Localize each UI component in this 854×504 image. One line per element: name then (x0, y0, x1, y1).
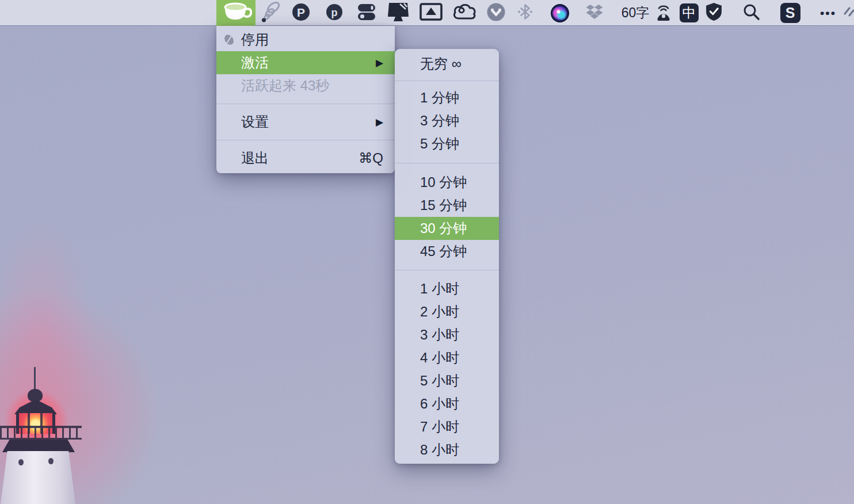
menubar-item-toggles[interactable] (357, 0, 376, 26)
submenu-item-infinity[interactable]: 无穷 ∞ (395, 52, 499, 75)
menu-separator (395, 81, 499, 81)
coffee-cup-icon (220, 0, 252, 26)
lighthouse-tower (1, 451, 75, 504)
menu-item-label: 停用 (241, 30, 269, 49)
submenu-item-label: 1 小时 (420, 280, 459, 298)
submenu-item-3min[interactable]: 3 分钟 (395, 109, 499, 132)
submenu-item-label: 5 小时 (420, 372, 459, 390)
submenu-item-label: 7 小时 (420, 418, 459, 436)
menubar-item-shield[interactable] (705, 0, 723, 26)
submenu-item-label: 3 小时 (420, 326, 459, 344)
submenu-item-label: 2 小时 (420, 303, 459, 321)
menubar-item-p-large[interactable]: P (292, 0, 310, 26)
duration-submenu: 无穷 ∞ 1 分钟 3 分钟 5 分钟 10 分钟 15 分钟 30 分钟 45… (395, 49, 499, 464)
submenu-item-label: 6 小时 (420, 395, 459, 413)
coffee-bean-icon (222, 33, 236, 50)
menubar-item-whisk[interactable] (260, 0, 281, 26)
u-circle-icon (487, 3, 505, 24)
submenu-item-45min[interactable]: 45 分钟 (395, 240, 499, 263)
menubar-item-screen-box[interactable] (420, 0, 443, 26)
menu-bar: P p (0, 0, 854, 26)
menu-item-label: 激活 (241, 54, 269, 72)
p-circle-small-icon: p (326, 3, 343, 23)
submenu-item-label: 3 分钟 (420, 112, 459, 130)
submenu-arrow-icon: ▶ (376, 57, 383, 69)
submenu-item-label: 15 分钟 (420, 196, 467, 215)
submenu-item-label: 无穷 ∞ (420, 55, 462, 73)
shield-check-icon (705, 2, 723, 24)
menubar-item-s-app[interactable]: S (780, 0, 800, 26)
submenu-item-1min[interactable]: 1 分钟 (395, 86, 499, 109)
submenu-item-1h[interactable]: 1 小时 (395, 277, 499, 300)
word-count-label: 60字 (622, 4, 650, 22)
bluetooth-icon (517, 3, 533, 23)
submenu-item-6h[interactable]: 6 小时 (395, 392, 499, 415)
submenu-item-10min[interactable]: 10 分钟 (395, 171, 499, 194)
screen-box-up-icon (420, 3, 443, 24)
menubar-item-siri[interactable] (551, 0, 569, 26)
menu-separator (216, 104, 395, 104)
submenu-item-2h[interactable]: 2 小时 (395, 300, 499, 323)
s-app-icon: S (780, 3, 800, 23)
toggle-switches-icon (357, 3, 376, 24)
menubar-item-transmitter[interactable] (654, 0, 673, 26)
menubar-item-bluetooth[interactable] (517, 0, 533, 26)
menubar-item-input-method[interactable]: 中 (679, 0, 699, 26)
submenu-item-label: 10 分钟 (420, 173, 467, 192)
menu-separator (395, 163, 499, 163)
menu-item-activate[interactable]: 激活 ▶ (216, 51, 395, 74)
menu-separator (395, 270, 499, 270)
lighthouse-roof (14, 399, 57, 414)
display-icon (387, 2, 410, 25)
menubar-item-p-small[interactable]: p (326, 0, 343, 26)
svg-text:p: p (331, 6, 338, 18)
submenu-item-7h[interactable]: 7 小时 (395, 415, 499, 438)
submenu-item-label: 1 分钟 (420, 89, 459, 107)
menu-item-active-since: 活跃起来 43秒 (216, 74, 395, 97)
menu-item-label: 退出 (241, 149, 269, 167)
menu-item-label: 设置 (241, 113, 269, 131)
submenu-item-5min[interactable]: 5 分钟 (395, 132, 499, 155)
menubar-item-cloud[interactable] (452, 0, 476, 26)
cloud-icon (452, 3, 476, 24)
menu-item-label: 活跃起来 43秒 (241, 77, 329, 95)
app-menu: 停用 激活 ▶ 活跃起来 43秒 设置 ▶ 退出 ⌘Q (216, 26, 395, 173)
submenu-item-5h[interactable]: 5 小时 (395, 369, 499, 392)
submenu-item-8h[interactable]: 8 小时 (395, 438, 499, 461)
lighthouse-window (48, 458, 54, 464)
lighthouse-window (18, 459, 24, 465)
menubar-item-word-count[interactable]: 60字 (619, 0, 651, 26)
submenu-arrow-icon: ▶ (376, 116, 383, 128)
search-icon (742, 3, 761, 24)
menu-item-shortcut: ⌘Q (359, 150, 383, 166)
p-circle-icon: P (292, 3, 310, 24)
submenu-item-label: 45 分钟 (420, 242, 467, 261)
dropbox-icon (585, 4, 604, 22)
menubar-item-display[interactable] (387, 0, 410, 26)
partial-edge-icon (844, 6, 854, 20)
siri-icon (551, 4, 569, 22)
submenu-item-3h[interactable]: 3 小时 (395, 323, 499, 346)
menubar-item-keepingyouawake[interactable] (216, 0, 256, 26)
menubar-item-dropbox[interactable] (585, 0, 604, 26)
whisk-icon (260, 1, 281, 26)
menu-separator (216, 140, 395, 140)
input-method-icon: 中 (680, 3, 699, 22)
submenu-item-30min[interactable]: 30 分钟 (395, 217, 499, 240)
menu-item-deactivate[interactable]: 停用 (216, 28, 395, 51)
submenu-item-4h[interactable]: 4 小时 (395, 346, 499, 369)
menu-item-quit[interactable]: 退出 ⌘Q (216, 147, 395, 170)
submenu-item-label: 30 分钟 (420, 219, 467, 238)
submenu-item-label: 5 分钟 (420, 135, 459, 153)
lighthouse-railing (0, 426, 82, 440)
menu-item-settings[interactable]: 设置 ▶ (216, 110, 395, 133)
menubar-item-partial[interactable] (844, 0, 854, 26)
submenu-item-15min[interactable]: 15 分钟 (395, 194, 499, 217)
menubar-item-download-circle[interactable] (487, 0, 505, 26)
svg-text:P: P (297, 5, 305, 18)
menubar-item-spotlight[interactable] (742, 0, 761, 26)
lighthouse-deck (2, 440, 75, 452)
menubar-item-more[interactable]: ••• (816, 0, 840, 26)
dome-transmitter-icon (654, 2, 673, 24)
submenu-item-label: 4 小时 (420, 349, 459, 367)
